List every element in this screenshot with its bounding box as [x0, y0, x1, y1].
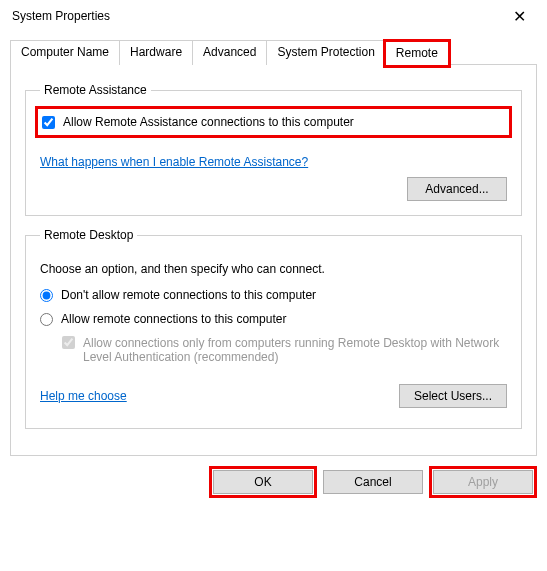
dialog-button-row: OK Cancel Apply	[0, 456, 547, 508]
tab-strip: Computer Name Hardware Advanced System P…	[10, 40, 537, 65]
dont-allow-row[interactable]: Don't allow remote connections to this c…	[40, 288, 507, 302]
content-area: Computer Name Hardware Advanced System P…	[0, 32, 547, 456]
advanced-button[interactable]: Advanced...	[407, 177, 507, 201]
allow-remote-assistance-label: Allow Remote Assistance connections to t…	[63, 115, 354, 129]
dont-allow-label: Don't allow remote connections to this c…	[61, 288, 316, 302]
allow-remote-assistance-row[interactable]: Allow Remote Assistance connections to t…	[40, 111, 507, 133]
tab-panel-remote: Remote Assistance Allow Remote Assistanc…	[10, 64, 537, 456]
remote-assistance-help-link[interactable]: What happens when I enable Remote Assist…	[40, 155, 308, 169]
remote-assistance-legend: Remote Assistance	[40, 83, 151, 97]
nla-row: Allow connections only from computers ru…	[62, 336, 507, 364]
tab-hardware[interactable]: Hardware	[119, 40, 193, 65]
allow-radio[interactable]	[40, 313, 53, 326]
remote-desktop-legend: Remote Desktop	[40, 228, 137, 242]
select-users-button[interactable]: Select Users...	[399, 384, 507, 408]
remote-assistance-group: Remote Assistance Allow Remote Assistanc…	[25, 83, 522, 216]
cancel-button[interactable]: Cancel	[323, 470, 423, 494]
tab-system-protection[interactable]: System Protection	[266, 40, 385, 65]
ok-button[interactable]: OK	[213, 470, 313, 494]
tab-remote[interactable]: Remote	[385, 41, 449, 66]
apply-button[interactable]: Apply	[433, 470, 533, 494]
close-icon: ✕	[513, 7, 526, 26]
remote-desktop-instruction: Choose an option, and then specify who c…	[40, 262, 507, 276]
allow-label: Allow remote connections to this compute…	[61, 312, 286, 326]
remote-desktop-group: Remote Desktop Choose an option, and the…	[25, 228, 522, 429]
dont-allow-radio[interactable]	[40, 289, 53, 302]
tab-computer-name[interactable]: Computer Name	[10, 40, 120, 65]
help-me-choose-link[interactable]: Help me choose	[40, 389, 127, 403]
allow-row[interactable]: Allow remote connections to this compute…	[40, 312, 507, 326]
system-properties-dialog: System Properties ✕ Computer Name Hardwa…	[0, 0, 547, 571]
tab-advanced[interactable]: Advanced	[192, 40, 267, 65]
close-button[interactable]: ✕	[499, 2, 539, 30]
window-title: System Properties	[12, 9, 110, 23]
nla-checkbox	[62, 336, 75, 349]
titlebar: System Properties ✕	[0, 0, 547, 32]
nla-label: Allow connections only from computers ru…	[83, 336, 507, 364]
allow-remote-assistance-checkbox[interactable]	[42, 116, 55, 129]
